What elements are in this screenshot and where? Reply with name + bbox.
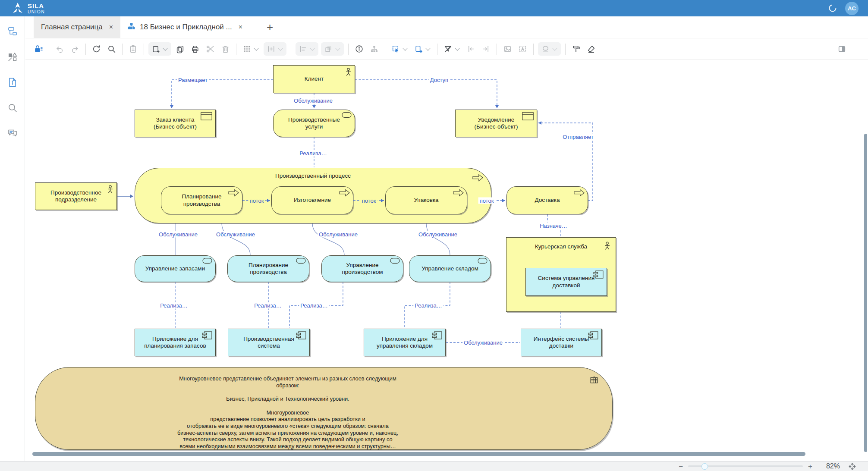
toolbar-divider xyxy=(437,44,437,55)
search-button[interactable] xyxy=(105,43,118,55)
collapse-left-button[interactable] xyxy=(465,43,477,55)
new-tab-button[interactable]: + xyxy=(256,16,283,38)
hierarchy-button[interactable] xyxy=(368,43,381,55)
align-button[interactable] xyxy=(296,42,318,56)
node-klient[interactable]: Клиент xyxy=(273,65,355,93)
redo-button[interactable] xyxy=(69,43,81,55)
sidebar-model-tree-icon[interactable] xyxy=(7,26,18,37)
refresh-icon xyxy=(92,44,101,53)
node-upravlenie-proizvodstvom[interactable]: Управлениепроизводством xyxy=(321,255,403,282)
cut-button[interactable] xyxy=(204,43,217,55)
layers-button[interactable] xyxy=(321,42,344,56)
paste-button[interactable] xyxy=(127,43,139,55)
chevron-down-icon xyxy=(310,46,314,50)
connection-label: Реализа… xyxy=(298,150,328,157)
tab-close-icon[interactable]: × xyxy=(109,23,113,31)
node-izgotovlenie[interactable]: Изготовление xyxy=(271,186,353,214)
dots-grid-icon xyxy=(242,44,252,53)
node-label: Планированиепроизводства xyxy=(248,262,288,276)
chevron-down-icon xyxy=(425,46,430,50)
bobject-icon xyxy=(201,112,212,120)
toolbar-divider xyxy=(236,44,236,55)
node-sistema-upravleniya-dostavkoj[interactable]: Система управлениядоставкой xyxy=(525,268,607,296)
toolbar-divider xyxy=(533,44,534,55)
paint-roller-button[interactable] xyxy=(570,43,582,55)
service-icon xyxy=(478,258,487,264)
sidebar-document-info-icon[interactable] xyxy=(7,77,18,88)
process-icon xyxy=(472,174,483,182)
connection-label: Обслуживание xyxy=(157,231,199,238)
sidebar-comments-icon[interactable] xyxy=(7,128,18,139)
dots-grid-button[interactable] xyxy=(241,43,261,55)
node-interfejs-sistemy-dostavki[interactable]: Интерфейс системыдоставки xyxy=(521,329,602,356)
node-planirovanie-proizvodstva-app[interactable]: Планированиепроизводства xyxy=(227,255,309,282)
chevron-down-icon xyxy=(455,46,459,50)
toolbar-divider xyxy=(49,44,49,55)
image-icon xyxy=(503,44,512,53)
zoom-out-button[interactable]: − xyxy=(679,463,683,470)
actor-icon xyxy=(604,242,610,250)
tab-2[interactable]: 18 Бизнес и Прикладной ...× xyxy=(120,16,250,38)
lock-button[interactable] xyxy=(32,43,44,55)
connection-label: Реализа… xyxy=(159,302,189,309)
zoom-slider[interactable] xyxy=(688,465,803,467)
refresh-button[interactable] xyxy=(90,43,103,55)
node-upakovka[interactable]: Упаковка xyxy=(385,186,467,214)
toolbar-divider xyxy=(291,44,291,55)
spinner-icon[interactable] xyxy=(828,3,837,13)
text-frame-button[interactable] xyxy=(516,43,529,55)
note-multilevel-description[interactable]: Многоуровневое представление объединяет … xyxy=(35,367,613,450)
select-button[interactable] xyxy=(390,43,410,55)
app-header: SILA UNION AC xyxy=(0,0,868,16)
node-upravlenie-skladom[interactable]: Управление складом xyxy=(409,255,491,282)
node-proizvodstvennoe-podrazdelenie[interactable]: Производственноеподразделение xyxy=(35,182,117,210)
filter-off-button[interactable] xyxy=(442,43,462,55)
node-label: Планированиепроизводства xyxy=(182,193,221,207)
duplicate-button[interactable] xyxy=(412,43,433,55)
diagram-tab-icon xyxy=(128,23,135,32)
toolbar-divider xyxy=(348,44,349,55)
panel-toggle-button[interactable] xyxy=(836,43,848,55)
copy-button[interactable] xyxy=(174,43,186,55)
zoom-in-button[interactable]: + xyxy=(808,463,812,470)
add-shape-button[interactable] xyxy=(148,42,171,56)
brand: SILA UNION xyxy=(0,2,45,15)
paint-roller-icon xyxy=(572,44,581,53)
node-prilozhenie-dlya-planirovaniya-zapasov[interactable]: Приложение дляпланирования запасов xyxy=(135,329,216,356)
sidebar-shapes-icon[interactable] xyxy=(7,51,18,63)
undo-button[interactable] xyxy=(53,43,66,55)
node-zakaz-klienta[interactable]: Заказ клиента(Бизнес объект) xyxy=(135,110,216,137)
spacing-button[interactable] xyxy=(264,42,286,56)
component-icon xyxy=(202,331,212,339)
node-label: Производственноеподразделение xyxy=(50,189,101,204)
brand-line1: SILA xyxy=(28,3,45,9)
info-button[interactable] xyxy=(353,43,365,55)
fit-to-screen-icon[interactable] xyxy=(848,462,857,471)
trash-button[interactable] xyxy=(219,43,232,55)
node-upravlenie-zapasami[interactable]: Управление запасами xyxy=(135,255,216,282)
print-button[interactable] xyxy=(189,43,201,55)
service-icon xyxy=(296,258,306,264)
horizontal-scrollbar[interactable] xyxy=(32,452,805,456)
zoom-slider-thumb[interactable] xyxy=(701,463,708,470)
node-uvedomlenie[interactable]: Уведомление(Бизнес-объект) xyxy=(455,110,537,137)
lock-icon xyxy=(34,44,43,53)
toolbar-divider xyxy=(385,44,385,55)
eraser-button[interactable] xyxy=(585,43,598,55)
node-planirovanie-proizvodstva-process[interactable]: Планированиепроизводства xyxy=(161,186,242,214)
tab-close-icon[interactable]: × xyxy=(239,23,242,31)
vertical-scrollbar[interactable] xyxy=(864,134,867,452)
node-dostavka[interactable]: Доставка xyxy=(506,186,588,214)
add-shape-icon xyxy=(151,44,160,53)
image-button[interactable] xyxy=(501,43,514,55)
node-proizvodstvennaya-sistema[interactable]: Производственнаясистема xyxy=(228,329,310,356)
ellipse-button[interactable] xyxy=(538,42,561,56)
brand-line2: UNION xyxy=(28,10,45,14)
tab-label: 18 Бизнес и Прикладной ... xyxy=(140,23,232,31)
collapse-right-button[interactable] xyxy=(480,43,492,55)
avatar[interactable]: AC xyxy=(845,2,859,15)
node-proizvodstvennye-uslugi[interactable]: Производственныеуслуги xyxy=(273,110,355,137)
tab-1[interactable]: Главная страница× xyxy=(34,16,120,38)
sidebar-search-icon[interactable] xyxy=(7,102,18,113)
node-prilozhenie-dlya-upravleniya-skladom[interactable]: Приложение дляуправления складом xyxy=(364,329,446,356)
